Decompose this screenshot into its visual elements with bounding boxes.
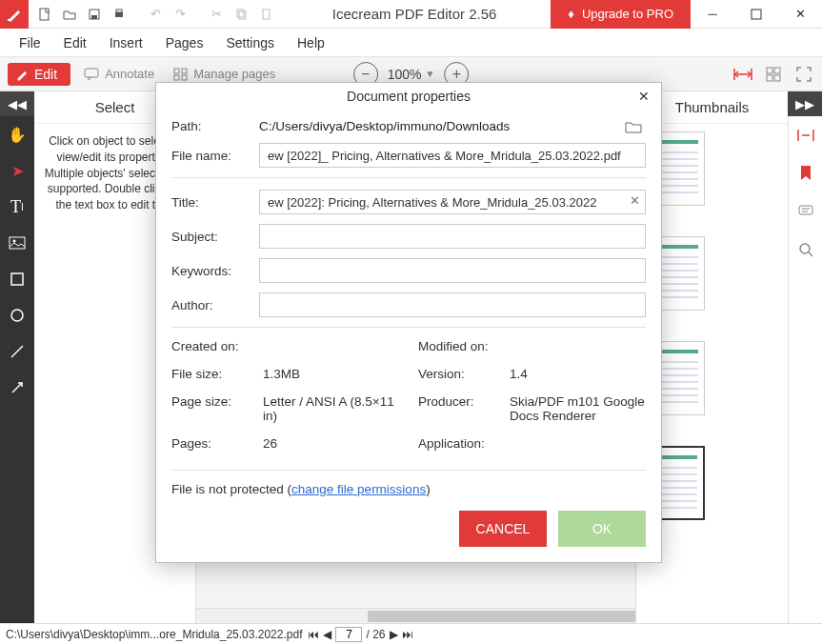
svg-rect-5 [116,10,122,12]
filename-row: File name: [171,143,646,168]
thumbnail-item[interactable]: 5 [642,324,782,415]
menu-bar: File Edit Insert Pages Settings Help [0,29,822,57]
dialog-close-button[interactable]: ✕ [634,87,653,106]
left-collapse-button[interactable]: ◀◀ [0,91,34,116]
window-controls: ─ ✕ [691,0,822,29]
last-page-button[interactable]: ⏭ [402,628,413,641]
horizontal-scrollbar[interactable] [196,608,635,623]
keywords-row: Keywords: [171,258,646,283]
total-pages: / 26 [366,628,385,641]
open-icon[interactable] [57,0,82,29]
line-tool-icon[interactable] [0,333,34,370]
producer-value: Skia/PDF m101 Google Docs Renderer [510,394,646,423]
edit-mode-button[interactable]: Edit [8,63,70,86]
image-tool-icon[interactable] [0,225,34,261]
first-page-button[interactable]: ⏮ [308,628,319,641]
prev-page-button[interactable]: ◀ [323,628,331,641]
modified-label: Modified on: [418,339,510,353]
dialog-title: Document properties [347,89,471,104]
svg-rect-3 [91,15,97,19]
keywords-input[interactable] [259,258,646,283]
annotate-label: Annotate [105,67,154,81]
diamond-icon: ♦ [568,7,574,21]
thumbnail-item[interactable]: 4 [642,219,782,311]
svg-point-20 [13,240,16,243]
maximize-button[interactable] [734,0,778,29]
created-label: Created on: [171,339,263,353]
print-icon[interactable] [107,0,131,29]
text-tool-icon[interactable]: TI [0,189,34,225]
thumbnail-item[interactable] [642,131,782,206]
subject-label: Subject: [171,230,259,244]
cursor-tool-icon[interactable]: ➤ [0,152,34,189]
menu-file[interactable]: File [10,31,50,54]
thumbnail-item[interactable]: 6 [642,429,782,520]
annotate-button[interactable]: Annotate [78,63,160,85]
bookmark-icon[interactable] [789,154,822,192]
ok-button[interactable]: OK [558,511,646,547]
protection-suffix: ) [426,482,431,496]
svg-rect-1 [40,9,49,20]
protection-prefix: File is not protected ( [171,482,291,496]
fit-page-icon[interactable] [789,116,822,154]
zoom-dropdown[interactable]: 100% ▼ [388,67,435,82]
current-page-input[interactable] [335,627,362,642]
svg-rect-14 [182,75,187,80]
svg-rect-13 [174,75,179,80]
filesize-label: File size: [171,367,263,381]
clear-title-button[interactable]: ✕ [630,193,640,208]
menu-edit[interactable]: Edit [54,31,96,54]
title-input[interactable] [259,190,646,214]
protection-line: File is not protected (change file permi… [171,482,646,496]
pages-label: Pages: [171,436,263,451]
undo-icon[interactable]: ↶ [143,0,168,29]
grid-view-icon[interactable] [763,64,784,85]
fullscreen-icon[interactable] [793,64,814,85]
subject-input[interactable] [259,224,646,249]
status-bar: C:\Users\divya\Desktop\imm...ore_Mridula… [0,623,822,644]
svg-rect-21 [11,273,23,285]
version-label: Version: [418,367,510,381]
change-permissions-link[interactable]: change file permissions [291,482,426,496]
search-icon[interactable] [789,231,822,269]
pencil-icon [15,68,29,81]
circle-tool-icon[interactable] [0,297,34,333]
arrow-tool-icon[interactable] [0,370,34,406]
new-icon[interactable] [32,0,57,29]
svg-line-24 [12,383,22,392]
close-button[interactable]: ✕ [778,0,822,29]
author-input[interactable] [259,292,646,317]
keywords-label: Keywords: [171,264,259,278]
dialog-buttons: CANCEL OK [156,511,661,562]
comments-icon[interactable] [789,192,822,231]
fit-width-icon[interactable] [732,64,753,85]
cancel-button[interactable]: CANCEL [459,511,547,547]
svg-rect-9 [752,10,761,19]
dialog-body: Path: C:/Users/divya/Desktop/immuno/Down… [156,110,661,511]
next-page-button[interactable]: ▶ [390,628,398,641]
hand-tool-icon[interactable]: ✋ [0,116,34,152]
rect-tool-icon[interactable] [0,261,34,297]
svg-point-28 [800,244,810,253]
open-folder-icon[interactable] [625,120,646,133]
svg-rect-7 [239,11,246,19]
right-collapse-button[interactable]: ▶▶ [788,91,822,116]
thumb-number: 4 [642,219,782,232]
menu-settings[interactable]: Settings [216,31,284,54]
redo-icon[interactable]: ↷ [168,0,192,29]
grid-icon [173,68,188,81]
cut-icon[interactable]: ✂ [204,0,229,29]
paste-icon[interactable] [253,0,278,29]
left-tool-strip: ✋ ➤ TI [0,116,34,623]
menu-insert[interactable]: Insert [100,31,152,54]
minimize-button[interactable]: ─ [691,0,734,29]
pagesize-label: Page size: [171,394,263,423]
upgrade-button[interactable]: ♦ Upgrade to PRO [551,0,691,29]
menu-pages[interactable]: Pages [156,31,213,54]
info-grid: Created on: File size:1.3MB Page size:Le… [171,339,646,464]
filename-input[interactable] [259,143,646,168]
menu-help[interactable]: Help [288,31,334,54]
thumb-number: 5 [642,324,782,337]
save-icon[interactable] [82,0,107,29]
copy-icon[interactable] [229,0,253,29]
